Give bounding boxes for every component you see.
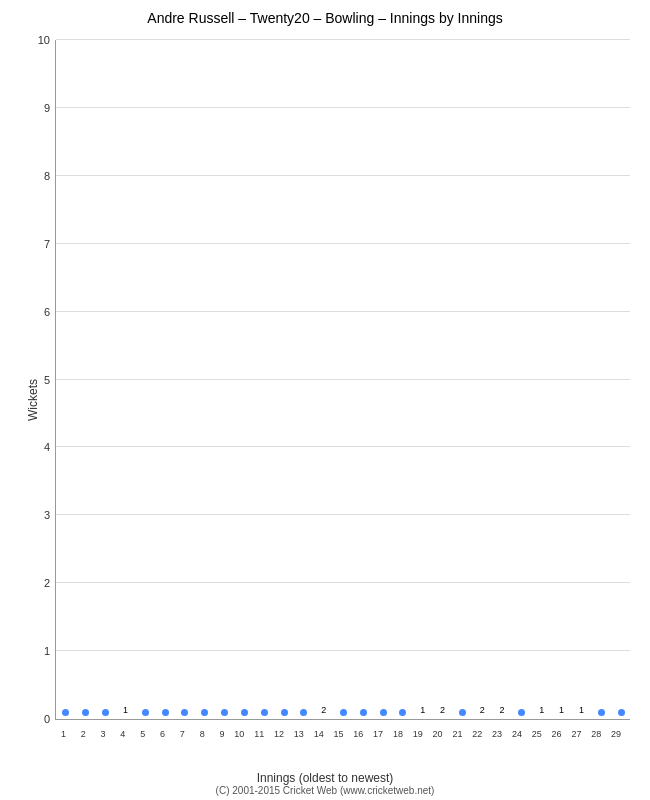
x-tick-label: 12 (274, 729, 284, 739)
bar-value-label: 2 (314, 705, 334, 715)
y-axis-tick-label: 4 (44, 441, 56, 453)
bar-value-label: 1 (413, 705, 433, 715)
bar-value-label: 1 (115, 705, 135, 715)
x-tick-label: 21 (452, 729, 462, 739)
x-tick-label: 26 (552, 729, 562, 739)
bar-group: 7 (178, 709, 192, 719)
bar-group: 10 (237, 709, 251, 719)
y-axis-tick-label: 7 (44, 238, 56, 250)
bars-area: 1231456789101112132141516171811922021222… (56, 40, 630, 719)
bar-group: 8 (198, 709, 212, 719)
x-tick-label: 10 (234, 729, 244, 739)
zero-dot (399, 709, 406, 716)
y-axis-tick-label: 10 (38, 34, 56, 46)
x-tick-label: 5 (140, 729, 145, 739)
zero-dot (360, 709, 367, 716)
grid-line (56, 650, 630, 651)
y-axis-tick-label: 3 (44, 509, 56, 521)
zero-dot (518, 709, 525, 716)
bar-value-label: 1 (571, 705, 591, 715)
x-tick-label: 8 (200, 729, 205, 739)
bar-group: 6 (158, 709, 172, 719)
x-tick-label: 9 (220, 729, 225, 739)
bar-group: 16 (356, 709, 370, 719)
y-axis-tick-label: 1 (44, 645, 56, 657)
x-tick-label: 6 (160, 729, 165, 739)
x-tick-label: 28 (591, 729, 601, 739)
grid-line (56, 39, 630, 40)
zero-dot (380, 709, 387, 716)
bar-value-label: 2 (433, 705, 453, 715)
zero-dot (598, 709, 605, 716)
chart-area: 1231456789101112132141516171811922021222… (55, 40, 630, 720)
zero-dot (201, 709, 208, 716)
bar-group: 17 (376, 709, 390, 719)
x-tick-label: 27 (571, 729, 581, 739)
bar-group: 1 (59, 709, 73, 719)
bar-group: 9 (218, 709, 232, 719)
x-tick-label: 24 (512, 729, 522, 739)
footer: (C) 2001-2015 Cricket Web (www.cricketwe… (0, 785, 650, 796)
bar-group: 28 (594, 709, 608, 719)
x-tick-label: 7 (180, 729, 185, 739)
grid-line (56, 379, 630, 380)
grid-line (56, 446, 630, 447)
bar-group: 21 (455, 709, 469, 719)
bar-group: 15 (337, 709, 351, 719)
x-tick-label: 22 (472, 729, 482, 739)
grid-line (56, 311, 630, 312)
y-axis-tick-label: 9 (44, 102, 56, 114)
bar-group: 13 (297, 709, 311, 719)
x-tick-label: 14 (314, 729, 324, 739)
bar-group: 2 (79, 709, 93, 719)
x-axis-title: Innings (oldest to newest) (0, 771, 650, 785)
bar-value-label: 1 (532, 705, 552, 715)
x-tick-label: 11 (254, 729, 264, 739)
y-axis-title: Wickets (26, 379, 40, 421)
zero-dot (82, 709, 89, 716)
bar-group: 24 (515, 709, 529, 719)
x-tick-label: 20 (433, 729, 443, 739)
zero-dot (162, 709, 169, 716)
grid-line (56, 582, 630, 583)
bar-group: 5 (138, 709, 152, 719)
x-tick-label: 25 (532, 729, 542, 739)
zero-dot (102, 709, 109, 716)
grid-line (56, 514, 630, 515)
zero-dot (241, 709, 248, 716)
bar-value-label: 1 (552, 705, 572, 715)
x-tick-label: 13 (294, 729, 304, 739)
bar-group: 11 (257, 709, 271, 719)
zero-dot (340, 709, 347, 716)
x-tick-label: 19 (413, 729, 423, 739)
grid-line (56, 175, 630, 176)
bar-value-label: 2 (472, 705, 492, 715)
y-axis-tick-label: 5 (44, 374, 56, 386)
x-tick-label: 3 (101, 729, 106, 739)
bar-group: 3 (99, 709, 113, 719)
zero-dot (459, 709, 466, 716)
y-axis-tick-label: 8 (44, 170, 56, 182)
chart-container: Andre Russell – Twenty20 – Bowling – Inn… (0, 0, 650, 800)
bar-group: 12 (277, 709, 291, 719)
y-axis-tick-label: 2 (44, 577, 56, 589)
grid-line (56, 243, 630, 244)
grid-line (56, 107, 630, 108)
zero-dot (300, 709, 307, 716)
zero-dot (261, 709, 268, 716)
zero-dot (281, 709, 288, 716)
zero-dot (221, 709, 228, 716)
x-tick-label: 29 (611, 729, 621, 739)
x-tick-label: 4 (120, 729, 125, 739)
x-tick-label: 17 (373, 729, 383, 739)
zero-dot (142, 709, 149, 716)
x-tick-label: 18 (393, 729, 403, 739)
y-axis-tick-label: 0 (44, 713, 56, 725)
bar-group: 29 (614, 709, 628, 719)
bar-value-label: 2 (492, 705, 512, 715)
zero-dot (181, 709, 188, 716)
x-tick-label: 23 (492, 729, 502, 739)
chart-title: Andre Russell – Twenty20 – Bowling – Inn… (0, 0, 650, 31)
x-tick-label: 1 (61, 729, 66, 739)
zero-dot (62, 709, 69, 716)
